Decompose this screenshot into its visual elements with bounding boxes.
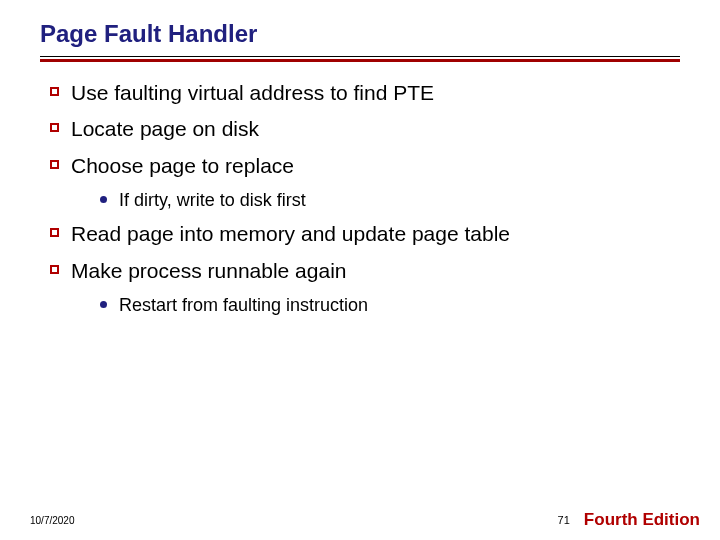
bullet-item: Make process runnable again bbox=[50, 258, 680, 284]
footer: 10/7/2020 71 Fourth Edition bbox=[0, 510, 720, 530]
square-bullet-icon bbox=[50, 87, 59, 96]
bullet-text: Read page into memory and update page ta… bbox=[71, 221, 510, 247]
bullet-text: Make process runnable again bbox=[71, 258, 347, 284]
dot-bullet-icon bbox=[100, 301, 107, 308]
square-bullet-icon bbox=[50, 123, 59, 132]
footer-date: 10/7/2020 bbox=[30, 515, 75, 526]
edition-label: Fourth Edition bbox=[584, 510, 700, 530]
title-rule bbox=[40, 56, 680, 62]
sub-bullet-text: If dirty, write to disk first bbox=[119, 189, 306, 212]
sub-bullet-text: Restart from faulting instruction bbox=[119, 294, 368, 317]
sub-bullet-item: Restart from faulting instruction bbox=[100, 294, 680, 317]
bullet-item: Read page into memory and update page ta… bbox=[50, 221, 680, 247]
bullet-item: Use faulting virtual address to find PTE bbox=[50, 80, 680, 106]
slide-title: Page Fault Handler bbox=[40, 20, 680, 54]
bullet-text: Locate page on disk bbox=[71, 116, 259, 142]
content-area: Use faulting virtual address to find PTE… bbox=[40, 80, 680, 316]
page-number: 71 bbox=[558, 514, 570, 526]
bullet-item: Choose page to replace bbox=[50, 153, 680, 179]
slide: Page Fault Handler Use faulting virtual … bbox=[0, 0, 720, 540]
square-bullet-icon bbox=[50, 228, 59, 237]
dot-bullet-icon bbox=[100, 196, 107, 203]
square-bullet-icon bbox=[50, 160, 59, 169]
bullet-text: Choose page to replace bbox=[71, 153, 294, 179]
footer-right: 71 Fourth Edition bbox=[558, 510, 700, 530]
bullet-text: Use faulting virtual address to find PTE bbox=[71, 80, 434, 106]
rule-thin bbox=[40, 56, 680, 57]
bullet-item: Locate page on disk bbox=[50, 116, 680, 142]
sub-bullet-item: If dirty, write to disk first bbox=[100, 189, 680, 212]
square-bullet-icon bbox=[50, 265, 59, 274]
rule-thick bbox=[40, 59, 680, 62]
